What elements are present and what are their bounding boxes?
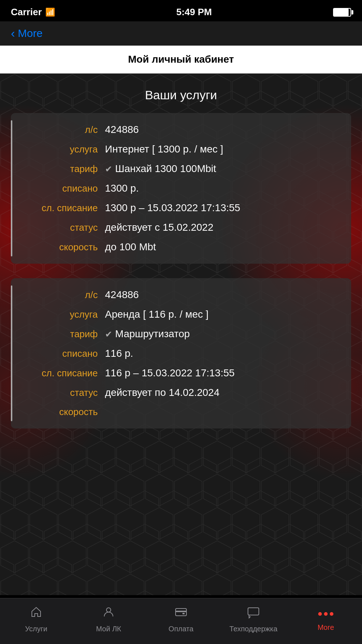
value-spisano-1: 1300 р. xyxy=(105,183,139,194)
main-content: Ваши услуги л/с 424886 услуга Интернет [… xyxy=(0,74,362,595)
page-title: Мой личный кабинет xyxy=(128,54,234,65)
person-icon xyxy=(102,606,115,622)
value-usluga-2: Аренда [ 116 р. / мес ] xyxy=(105,309,209,320)
page-title-bar: Мой личный кабинет xyxy=(0,46,362,74)
svg-rect-7 xyxy=(182,613,185,614)
svg-point-4 xyxy=(106,608,111,612)
value-lc-2: 424886 xyxy=(105,289,139,301)
tarif-value-green-2: Маршрутизатор xyxy=(115,328,190,339)
tab-my-lk-label: Мой ЛК xyxy=(96,625,121,633)
carrier-wifi: Carrier 📶 xyxy=(11,7,55,18)
nav-bar: ‹ More xyxy=(0,21,362,46)
content-inner: Ваши услуги л/с 424886 услуга Интернет [… xyxy=(0,74,362,457)
wifi-icon: 📶 xyxy=(45,8,55,17)
value-spisano-2: 116 р. xyxy=(105,348,133,359)
tab-services[interactable]: Услуги xyxy=(0,606,72,633)
label-status-2: статус xyxy=(25,387,98,398)
dot-1 xyxy=(318,612,322,616)
value-next-charge-1: 1300 р – 15.03.2022 17:13:55 xyxy=(105,202,240,214)
row-speed-2: скорость xyxy=(25,406,337,418)
section-title: Ваши услуги xyxy=(11,88,351,102)
tab-more-label: More xyxy=(317,623,334,632)
value-status-2: действует по 14.02.2024 xyxy=(105,387,219,398)
row-usluga-1: услуга Интернет [ 1300 р. / мес ] xyxy=(25,143,337,155)
label-usluga-1: услуга xyxy=(25,144,98,155)
tab-bar: Услуги Мой ЛК Оплата Техподдержк xyxy=(0,598,362,644)
service-card-1: л/с 424886 услуга Интернет [ 1300 р. / м… xyxy=(11,113,351,264)
row-status-1: статус действует с 15.02.2022 xyxy=(25,222,337,233)
label-usluga-2: услуга xyxy=(25,309,98,320)
tab-support-label: Техподдержка xyxy=(230,625,278,633)
row-lc-2: л/с 424886 xyxy=(25,289,337,301)
dot-3 xyxy=(330,612,333,616)
tab-support[interactable]: Техподдержка xyxy=(217,606,290,633)
dots-icon xyxy=(318,607,333,620)
row-lc-1: л/с 424886 xyxy=(25,124,337,135)
label-lc-2: л/с xyxy=(25,289,98,301)
row-tarif-1: тариф ✔Шанхай 1300 100Mbit xyxy=(25,163,337,175)
label-tarif-2: тариф xyxy=(25,329,98,340)
label-next-charge-1: сл. списание xyxy=(25,202,98,214)
row-usluga-2: услуга Аренда [ 116 р. / мес ] xyxy=(25,309,337,320)
tab-payment-label: Оплата xyxy=(169,625,194,633)
label-spisano-1: списано xyxy=(25,183,98,194)
value-usluga-1: Интернет [ 1300 р. / мес ] xyxy=(105,143,223,155)
back-chevron-icon: ‹ xyxy=(11,27,15,39)
tab-more[interactable]: More xyxy=(290,607,362,632)
tab-payment[interactable]: Оплата xyxy=(145,606,217,633)
back-button[interactable]: ‹ More xyxy=(11,27,43,39)
carrier-label: Carrier xyxy=(11,7,42,18)
svg-rect-6 xyxy=(176,611,186,612)
value-next-charge-2: 116 р – 15.03.2022 17:13:55 xyxy=(105,367,235,379)
value-tarif-1: ✔Шанхай 1300 100Mbit xyxy=(105,163,216,175)
checkmark-1: ✔ xyxy=(105,164,112,174)
time-label: 5:49 PM xyxy=(176,7,212,18)
value-status-1: действует с 15.02.2022 xyxy=(105,222,213,233)
value-speed-1: до 100 Mbt xyxy=(105,241,156,253)
label-lc-1: л/с xyxy=(25,124,98,135)
label-next-charge-2: сл. списание xyxy=(25,368,98,379)
wallet-icon xyxy=(174,606,188,622)
row-spisano-2: списано 116 р. xyxy=(25,348,337,359)
label-tarif-1: тариф xyxy=(25,163,98,175)
back-label: More xyxy=(18,27,42,39)
checkmark-2: ✔ xyxy=(105,329,112,339)
tab-my-lk[interactable]: Мой ЛК xyxy=(72,606,145,633)
house-icon xyxy=(30,606,43,622)
row-next-charge-2: сл. списание 116 р – 15.03.2022 17:13:55 xyxy=(25,367,337,379)
label-speed-2: скорость xyxy=(25,406,98,418)
battery-icon xyxy=(333,8,351,17)
row-next-charge-1: сл. списание 1300 р – 15.03.2022 17:13:5… xyxy=(25,202,337,214)
service-card-2: л/с 424886 услуга Аренда [ 116 р. / мес … xyxy=(11,278,351,428)
row-speed-1: скорость до 100 Mbt xyxy=(25,241,337,253)
tab-services-label: Услуги xyxy=(25,625,47,633)
message-icon xyxy=(247,606,260,622)
dot-2 xyxy=(324,612,328,616)
tarif-value-green-1: Шанхай 1300 100Mbit xyxy=(115,163,216,174)
row-spisano-1: списано 1300 р. xyxy=(25,183,337,194)
row-status-2: статус действует по 14.02.2024 xyxy=(25,387,337,398)
row-tarif-2: тариф ✔Маршрутизатор xyxy=(25,328,337,340)
value-lc-1: 424886 xyxy=(105,124,139,135)
label-spisano-2: списано xyxy=(25,348,98,359)
svg-rect-8 xyxy=(248,608,259,615)
value-tarif-2: ✔Маршрутизатор xyxy=(105,328,190,340)
status-bar: Carrier 📶 5:49 PM xyxy=(0,0,362,21)
label-status-1: статус xyxy=(25,222,98,233)
label-speed-1: скорость xyxy=(25,242,98,253)
